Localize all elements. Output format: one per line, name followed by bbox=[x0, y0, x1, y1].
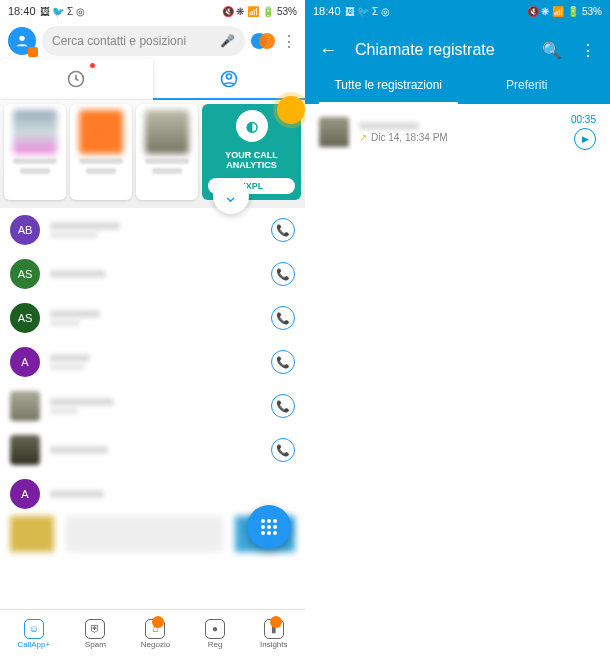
call-button[interactable]: 📞 bbox=[271, 262, 295, 286]
play-button[interactable]: ▶ bbox=[574, 128, 596, 150]
outgoing-call-icon: ↗ bbox=[359, 132, 367, 143]
more-menu-icon[interactable]: ⋮ bbox=[281, 32, 297, 51]
contact-card[interactable] bbox=[136, 104, 198, 200]
tab-recents[interactable] bbox=[0, 59, 153, 99]
main-tabs bbox=[0, 60, 305, 100]
contact-avatar bbox=[10, 391, 40, 421]
status-right-icons: 🔇 ❋ 📶 🔋 bbox=[527, 6, 579, 17]
status-bar: 18:40 🖼 🐦 Σ ◎ 🔇 ❋ 📶 🔋 53% bbox=[305, 0, 610, 22]
contact-row[interactable]: AS 📞 bbox=[10, 296, 295, 340]
status-bar: 18:40 🖼 🐦 Σ ◎ 🔇 ❋ 📶 🔋 53% bbox=[0, 0, 305, 22]
badge-icon bbox=[152, 616, 164, 628]
dialpad-icon bbox=[261, 519, 277, 535]
nav-store[interactable]: ⌂ Negozio bbox=[141, 619, 170, 649]
contact-initials: AS bbox=[10, 259, 40, 289]
phone-right: 18:40 🖼 🐦 Σ ◎ 🔇 ❋ 📶 🔋 53% ← Chiamate reg… bbox=[305, 0, 610, 657]
search-placeholder: Cerca contatti e posizioni bbox=[52, 34, 186, 48]
contact-row[interactable]: AS 📞 bbox=[10, 252, 295, 296]
recording-tabs: Tutte le registrazioni Preferiti bbox=[319, 68, 596, 104]
card-avatar bbox=[145, 110, 189, 154]
recording-avatar bbox=[319, 117, 349, 147]
promo-logo-icon: ◐ bbox=[236, 110, 268, 142]
status-left-icons: 🖼 🐦 Σ ◎ bbox=[40, 6, 86, 17]
contact-card[interactable] bbox=[4, 104, 66, 200]
contact-initials: A bbox=[10, 479, 40, 509]
recording-date: ↗ Dic 14, 18:34 PM bbox=[359, 132, 561, 143]
status-left-icons: 🖼 🐦 Σ ◎ bbox=[345, 6, 391, 17]
nav-spam[interactable]: ⛨ Spam bbox=[85, 619, 106, 649]
status-right-icons: 🔇 ❋ 📶 🔋 bbox=[222, 6, 274, 17]
recording-duration: 00:35 bbox=[571, 114, 596, 125]
contact-row[interactable]: 📞 bbox=[10, 428, 295, 472]
appbar: ← Chiamate registrate 🔍 ⋮ Tutte le regis… bbox=[305, 22, 610, 104]
phone-left: 18:40 🖼 🐦 Σ ◎ 🔇 ❋ 📶 🔋 53% Cerca contatti… bbox=[0, 0, 305, 657]
contact-row[interactable]: AB 📞 bbox=[10, 208, 295, 252]
badge-icon bbox=[270, 616, 282, 628]
call-button[interactable]: 📞 bbox=[271, 350, 295, 374]
contact-list: AB 📞 AS 📞 AS 📞 A 📞 📞 📞 bbox=[0, 208, 305, 552]
contact-initials: A bbox=[10, 347, 40, 377]
recording-contact-name bbox=[359, 122, 419, 130]
theme-toggle-icon[interactable] bbox=[251, 29, 275, 53]
header-row: Cerca contatti e posizioni 🎤 ⋮ bbox=[0, 22, 305, 60]
call-button[interactable]: 📞 bbox=[271, 306, 295, 330]
search-input[interactable]: Cerca contatti e posizioni 🎤 bbox=[42, 26, 245, 56]
svg-point-0 bbox=[19, 36, 24, 41]
status-battery: 53% bbox=[582, 6, 602, 17]
back-button[interactable]: ← bbox=[319, 40, 337, 61]
contact-row[interactable]: 📞 bbox=[10, 384, 295, 428]
dialpad-fab[interactable] bbox=[247, 505, 291, 549]
recording-row[interactable]: ↗ Dic 14, 18:34 PM 00:35 ▶ bbox=[305, 104, 610, 160]
nav-recordings[interactable]: ● Reg bbox=[205, 619, 225, 649]
collapse-cards-button[interactable]: ⌄ bbox=[213, 178, 249, 214]
promo-text: YOUR CALL ANALYTICS bbox=[208, 150, 295, 170]
contact-avatar bbox=[10, 435, 40, 465]
contact-initials: AB bbox=[10, 215, 40, 245]
gift-badge-icon bbox=[277, 96, 305, 124]
notification-dot bbox=[90, 63, 95, 68]
search-icon[interactable]: 🔍 bbox=[542, 41, 562, 60]
mic-icon[interactable]: 🎤 bbox=[220, 34, 235, 48]
status-time: 18:40 bbox=[8, 5, 36, 17]
tab-contacts[interactable] bbox=[153, 60, 306, 100]
call-button[interactable]: 📞 bbox=[271, 438, 295, 462]
bottom-nav: ☺ CallApp+ ⛨ Spam ⌂ Negozio ● Reg ▮ Insi… bbox=[0, 609, 305, 657]
nav-insights[interactable]: ▮ Insights bbox=[260, 619, 288, 649]
nav-callapp[interactable]: ☺ CallApp+ bbox=[17, 619, 50, 649]
top-cards-row: ◐ YOUR CALL ANALYTICS EXPL ⌄ bbox=[0, 100, 305, 208]
profile-avatar[interactable] bbox=[8, 27, 36, 55]
more-menu-icon[interactable]: ⋮ bbox=[580, 41, 596, 60]
svg-point-2 bbox=[226, 74, 231, 79]
contact-initials: AS bbox=[10, 303, 40, 333]
card-avatar bbox=[79, 110, 123, 154]
call-button[interactable]: 📞 bbox=[271, 394, 295, 418]
status-time: 18:40 bbox=[313, 5, 341, 17]
contact-row[interactable]: A 📞 bbox=[10, 340, 295, 384]
contact-card[interactable] bbox=[70, 104, 132, 200]
call-button[interactable]: 📞 bbox=[271, 218, 295, 242]
appbar-title: Chiamate registrate bbox=[355, 41, 524, 59]
contact-row[interactable]: A bbox=[10, 472, 295, 516]
tab-all-recordings[interactable]: Tutte le registrazioni bbox=[319, 68, 458, 104]
shield-icon: ⛨ bbox=[85, 619, 105, 639]
rec-icon: ● bbox=[205, 619, 225, 639]
card-avatar bbox=[13, 110, 57, 154]
callapp-icon: ☺ bbox=[24, 619, 44, 639]
status-battery: 53% bbox=[277, 6, 297, 17]
tab-favorites[interactable]: Preferiti bbox=[458, 68, 597, 104]
